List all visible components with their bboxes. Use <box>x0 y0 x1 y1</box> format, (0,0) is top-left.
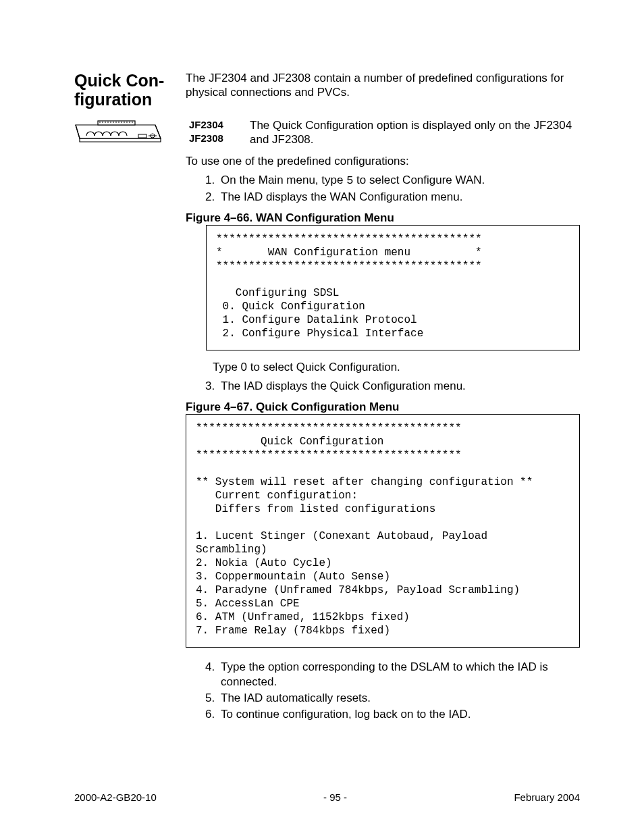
footer-right: February 2004 <box>514 791 580 803</box>
step-3: The IAD displays the Quick Configuration… <box>218 379 580 394</box>
section-title-line2: figuration <box>74 90 152 109</box>
note-label-2: JF2308 <box>189 132 243 145</box>
header-row: Quick Con- figuration The JF2304 and JF2… <box>74 71 580 109</box>
steps-list-3: The IAD displays the Quick Configuration… <box>186 379 580 394</box>
body-block: To use one of the predefined configurati… <box>186 154 580 723</box>
note-text: The Quick Configuration option is displa… <box>243 118 580 147</box>
steps-list-b: Type the option corresponding to the DSL… <box>186 660 580 722</box>
step-1-text: On the Main menu, type 5 to select Confi… <box>221 174 485 186</box>
step-4: Type the option corresponding to the DSL… <box>218 660 580 689</box>
figure-67-code: ****************************************… <box>186 414 580 648</box>
section-title-col: Quick Con- figuration <box>74 71 186 109</box>
steps-list-a: On the Main menu, type 5 to select Confi… <box>186 173 580 205</box>
device-note-row: JF2304 JF2308 The Quick Configuration op… <box>74 118 580 147</box>
footer-left: 2000-A2-GB20-10 <box>74 791 157 803</box>
page-footer: 2000-A2-GB20-10 - 95 - February 2004 <box>74 791 580 803</box>
svg-rect-2 <box>138 134 146 138</box>
footer-center: - 95 - <box>323 791 347 803</box>
figure-67-title: Figure 4–67. Quick Configuration Menu <box>186 400 580 414</box>
figure-66-code: ****************************************… <box>206 225 580 350</box>
intro-paragraph: The JF2304 and JF2308 contain a number o… <box>186 71 580 100</box>
device-icon <box>74 118 169 144</box>
step-2: The IAD displays the WAN Configuration m… <box>218 190 580 205</box>
step-6: To continue configuration, log back on t… <box>218 707 580 722</box>
page: Quick Con- figuration The JF2304 and JF2… <box>0 0 644 834</box>
section-title-line1: Quick Con- <box>74 71 164 90</box>
predefined-intro: To use one of the predefined configurati… <box>186 154 580 169</box>
figure-66-title: Figure 4–66. WAN Configuration Menu <box>186 211 580 225</box>
step-5: The IAD automatically resets. <box>218 691 580 706</box>
note-device-labels: JF2304 JF2308 <box>169 118 243 146</box>
step-2-substep: Type 0 to select Quick Configuration. <box>213 360 580 375</box>
step-1: On the Main menu, type 5 to select Confi… <box>218 173 580 188</box>
note-label-1: JF2304 <box>189 118 243 132</box>
svg-rect-0 <box>98 121 135 125</box>
section-title: Quick Con- figuration <box>74 71 186 109</box>
